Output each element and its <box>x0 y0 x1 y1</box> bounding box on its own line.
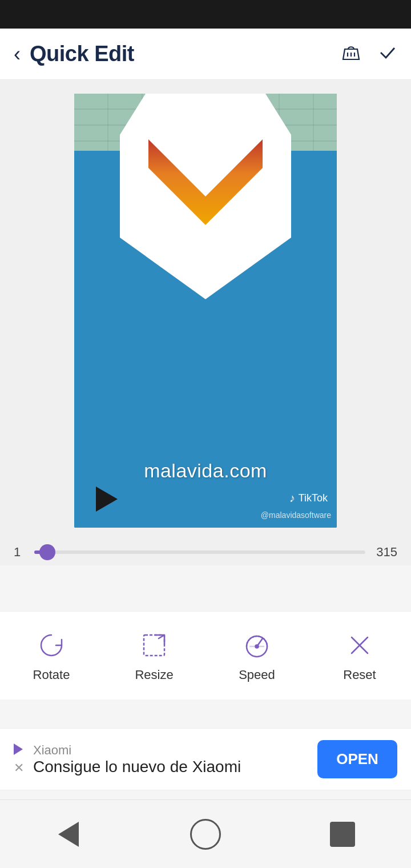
scrubber-area: 1 315 <box>0 528 411 565</box>
speed-label: Speed <box>239 668 275 682</box>
scrubber-start-label: 1 <box>14 545 25 560</box>
scrubber-thumb[interactable] <box>39 544 55 560</box>
nav-bar <box>0 799 411 868</box>
toolbar-spacer <box>0 700 411 728</box>
tiktok-label: TikTok <box>299 492 328 504</box>
nav-stop-icon <box>330 822 355 847</box>
back-button[interactable]: ‹ <box>14 42 21 66</box>
basket-icon[interactable] <box>340 41 362 67</box>
reset-icon <box>343 629 376 662</box>
spacer <box>0 565 411 611</box>
ad-text-block: Xiaomi Consigue lo nuevo de Xiaomi <box>33 743 241 776</box>
nav-back-button[interactable] <box>51 817 86 851</box>
nav-home-icon <box>190 819 221 850</box>
ad-text: Consigue lo nuevo de Xiaomi <box>33 758 241 776</box>
svg-marker-3 <box>148 139 263 225</box>
user-watermark: @malavidasoftware <box>261 511 331 520</box>
toolbar-item-reset[interactable]: Reset <box>331 629 388 682</box>
toolbar-item-resize[interactable]: Resize <box>126 629 183 682</box>
toolbar-item-speed[interactable]: Speed <box>228 629 285 682</box>
ad-play-triangle <box>14 744 23 755</box>
brand-text: malavida.com <box>74 460 337 482</box>
m-logo <box>143 122 268 259</box>
ad-play-icon: ✕ <box>14 744 24 775</box>
nav-back-icon <box>58 822 79 847</box>
ad-left: ✕ Xiaomi Consigue lo nuevo de Xiaomi <box>14 743 308 776</box>
ad-close-button[interactable]: ✕ <box>14 761 24 775</box>
toolbar-item-rotate[interactable]: Rotate <box>23 629 80 682</box>
speed-icon <box>240 629 273 662</box>
play-icon <box>96 487 118 512</box>
nav-stop-button[interactable] <box>325 817 360 851</box>
ad-company: Xiaomi <box>33 743 241 758</box>
edit-toolbar: Rotate Resize Speed <box>0 611 411 700</box>
header: ‹ Quick Edit <box>0 29 411 80</box>
rotate-label: Rotate <box>33 668 70 682</box>
ad-open-button[interactable]: OPEN <box>317 740 397 778</box>
scrubber-track[interactable] <box>34 550 365 554</box>
nav-home-button[interactable] <box>188 817 223 851</box>
reset-label: Reset <box>343 668 376 682</box>
resize-label: Resize <box>135 668 173 682</box>
svg-point-8 <box>256 645 259 648</box>
tiktok-watermark: ♪ TikTok <box>289 492 328 505</box>
ad-banner: ✕ Xiaomi Consigue lo nuevo de Xiaomi OPE… <box>0 728 411 790</box>
tiktok-logo: ♪ <box>289 492 295 505</box>
resize-icon <box>138 629 171 662</box>
play-button[interactable] <box>88 482 122 516</box>
header-left: ‹ Quick Edit <box>14 42 134 66</box>
status-bar <box>0 0 411 29</box>
scrubber-end-label: 315 <box>374 545 397 560</box>
svg-rect-4 <box>144 635 164 656</box>
confirm-icon[interactable] <box>378 42 397 66</box>
main-content: malavida.com ♪ TikTok @malavidasoftware … <box>0 80 411 565</box>
header-actions <box>340 41 397 67</box>
video-preview[interactable]: malavida.com ♪ TikTok @malavidasoftware <box>74 94 337 528</box>
rotate-icon <box>35 629 68 662</box>
page-title: Quick Edit <box>30 42 134 66</box>
